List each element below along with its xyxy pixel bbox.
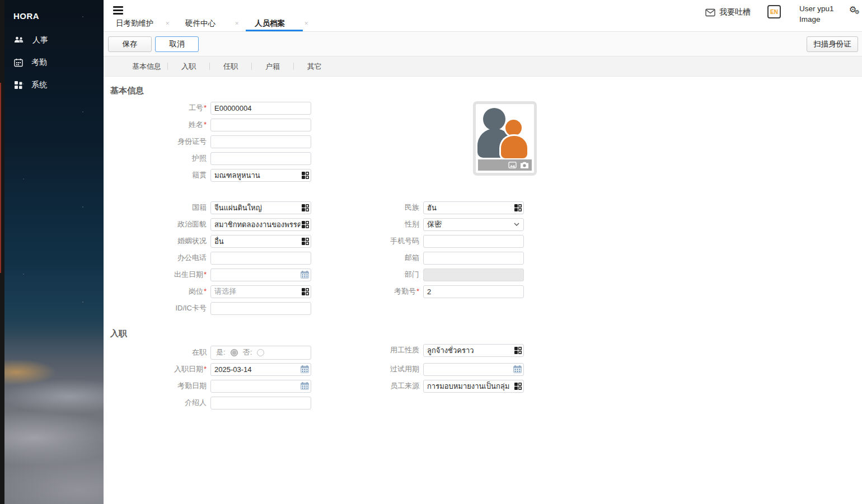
lookup-grid-icon[interactable] — [302, 288, 309, 295]
anchor-tab-other[interactable]: 其它 — [294, 62, 335, 72]
political-status-value: สมาชิกทดลองงานของพรรคคอ — [214, 219, 301, 230]
close-icon[interactable]: ✕ — [304, 21, 308, 26]
anchor-tab-position[interactable]: 任职 — [210, 62, 251, 72]
menu-toggle-icon[interactable] — [113, 6, 123, 16]
chevron-down-icon — [514, 223, 519, 226]
name-input[interactable] — [210, 119, 311, 131]
birth-date-label: 出生日期* — [115, 270, 210, 280]
passport-input[interactable] — [210, 152, 311, 165]
probation-end-field[interactable] — [423, 363, 524, 376]
passport-label: 护照 — [115, 153, 210, 163]
sidebar-item-attendance[interactable]: 考勤 — [4, 51, 104, 74]
modules-icon — [14, 81, 23, 90]
lookup-grid-icon[interactable] — [514, 383, 522, 390]
emp-no-label: 工号* — [115, 103, 210, 113]
gender-value: 保密 — [427, 219, 442, 229]
referrer-input[interactable] — [210, 397, 311, 409]
close-icon[interactable]: ✕ — [235, 21, 239, 26]
feedback-label: 我要吐槽 — [719, 7, 751, 17]
id-card-input[interactable] — [210, 135, 311, 148]
cancel-button[interactable]: 取消 — [155, 36, 199, 52]
employment-type-value: ลูกจ้างชั่วคราว — [427, 345, 513, 356]
marital-status-value: อื่น — [214, 235, 301, 247]
anchor-tab-household[interactable]: 户籍 — [252, 62, 293, 72]
lookup-grid-icon[interactable] — [514, 347, 522, 354]
camera-icon[interactable] — [520, 162, 529, 168]
on-job-no-radio[interactable] — [257, 349, 264, 356]
sidebar-item-label: 考勤 — [31, 58, 47, 68]
sidebar-item-hr[interactable]: 人事 — [4, 29, 104, 51]
person-silhouette-gray — [483, 108, 505, 130]
form-content: 基本信息 工号* 姓名* 身份证号 护照 籍贯 มณฑลหูหนาน 国籍 จี… — [104, 77, 862, 504]
sidebar-item-system[interactable]: 系统 — [4, 74, 104, 96]
attendance-date-field[interactable] — [210, 380, 311, 393]
probation-end-label: 过试用期 — [327, 364, 423, 374]
employee-source-lookup[interactable]: การมอบหมายงานเป็นกลุ่ม — [423, 380, 524, 393]
gender-label: 性别 — [327, 219, 423, 229]
anchor-tab-join[interactable]: 入职 — [168, 62, 209, 72]
on-job-yes-label: 是: — [216, 347, 226, 357]
calendar-icon[interactable] — [301, 382, 309, 390]
tab-hardware-center[interactable]: 硬件中心 ✕ — [176, 16, 246, 31]
office-phone-input[interactable] — [210, 252, 311, 265]
email-label: 邮箱 — [327, 253, 423, 263]
mobile-input[interactable] — [423, 235, 524, 248]
calendar-icon[interactable] — [301, 271, 309, 279]
employee-source-value: การมอบหมายงานเป็นกลุ่ม — [427, 380, 513, 392]
calendar-icon[interactable] — [301, 365, 309, 373]
emp-no-input[interactable] — [210, 102, 311, 115]
lookup-grid-icon[interactable] — [514, 204, 522, 211]
join-date-value: 2025-03-14 — [214, 365, 299, 374]
political-status-lookup[interactable]: สมาชิกทดลองงานของพรรคคอ — [210, 218, 311, 231]
native-place-lookup[interactable]: มณฑลหูหนาน — [210, 169, 311, 182]
idic-card-input[interactable] — [210, 302, 311, 315]
birth-date-field[interactable] — [210, 269, 311, 281]
tab-label: 日考勤维护 — [116, 18, 154, 29]
marital-status-lookup[interactable]: อื่น — [210, 235, 311, 248]
header: 日考勤维护 ✕ 硬件中心 ✕ 人员档案 ✕ 我要吐槽 EN User ypu1 … — [104, 0, 862, 32]
user-name: User ypu1 — [799, 3, 834, 14]
section-title-join: 入职 — [110, 328, 127, 339]
save-button[interactable]: 保存 — [108, 36, 152, 52]
scan-id-card-button[interactable]: 扫描身份证 — [807, 36, 858, 52]
nationality-lookup[interactable]: จีนแผ่นดินใหญ่ — [210, 201, 311, 214]
ethnicity-lookup[interactable]: ฮัน — [423, 201, 524, 214]
close-icon[interactable]: ✕ — [165, 21, 170, 26]
calendar-icon[interactable] — [513, 365, 522, 373]
person-silhouette-orange — [505, 120, 522, 136]
anchor-tab-basic-info[interactable]: 基本信息 — [126, 62, 167, 72]
post-lookup[interactable]: 请选择 — [210, 285, 311, 298]
name-label: 姓名* — [115, 120, 210, 130]
employee-photo-placeholder — [473, 101, 537, 176]
tab-daily-attendance[interactable]: 日考勤维护 ✕ — [107, 16, 176, 31]
attendance-no-input[interactable] — [423, 285, 524, 298]
idic-card-label: ID/IC卡号 — [115, 303, 210, 313]
native-place-value: มณฑลหูหนาน — [214, 169, 301, 181]
app-logo: HORA — [13, 11, 39, 21]
people-icon — [14, 36, 24, 44]
employment-type-lookup[interactable]: ลูกจ้างชั่วคราว — [423, 344, 524, 357]
office-phone-label: 办公电话 — [115, 253, 210, 263]
settings-gear-icon[interactable]: ⚙ ⚙ — [849, 4, 862, 18]
envelope-icon — [705, 8, 715, 17]
language-badge[interactable]: EN — [767, 5, 781, 18]
post-placeholder: 请选择 — [214, 286, 301, 296]
toolbar: 保存 取消 扫描身份证 — [104, 32, 862, 56]
lookup-grid-icon[interactable] — [302, 238, 309, 245]
on-job-yes-radio[interactable] — [231, 349, 238, 356]
email-input[interactable] — [423, 252, 524, 265]
feedback-button[interactable]: 我要吐槽 — [705, 7, 751, 17]
user-menu[interactable]: User ypu1 Image — [799, 3, 834, 25]
ethnicity-value: ฮัน — [427, 202, 513, 214]
lookup-grid-icon[interactable] — [302, 204, 309, 211]
lookup-grid-icon[interactable] — [302, 221, 309, 228]
tab-personnel-file[interactable]: 人员档案 ✕ — [246, 16, 315, 31]
upload-image-icon[interactable] — [508, 162, 517, 168]
gender-select[interactable]: 保密 — [423, 218, 524, 231]
post-label: 岗位* — [115, 286, 210, 296]
open-tabs: 日考勤维护 ✕ 硬件中心 ✕ 人员档案 ✕ — [107, 16, 315, 31]
tab-label: 硬件中心 — [185, 18, 216, 29]
lookup-grid-icon[interactable] — [302, 172, 309, 179]
on-job-no-label: 否: — [243, 347, 252, 357]
join-date-field[interactable]: 2025-03-14 — [210, 363, 311, 376]
